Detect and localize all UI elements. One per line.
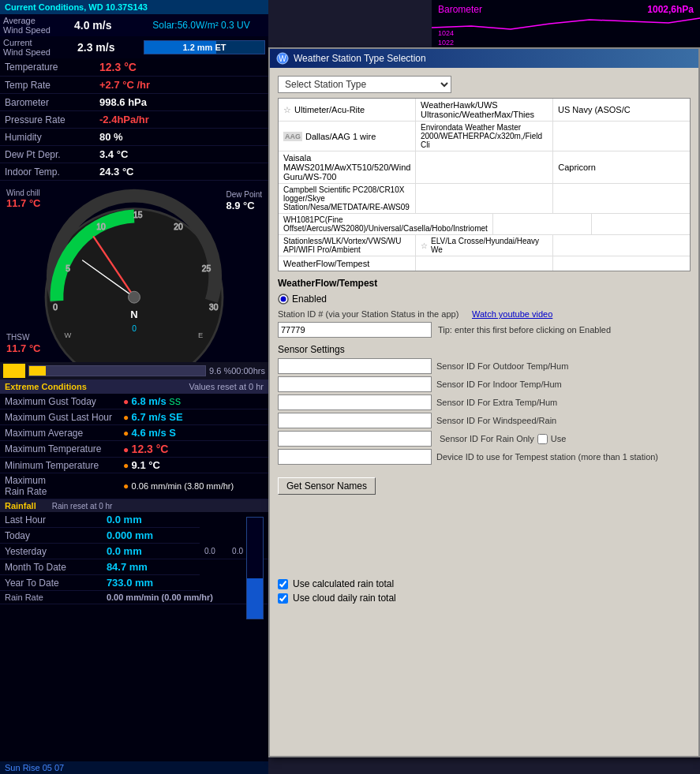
use-calculated-rain-checkbox[interactable] [278,579,288,589]
enabled-row: Enabled [278,294,691,305]
rainfall-reset: Rain reset at 0 hr [52,502,113,510]
max-rain-rate-value: 0.06 mm/min (3.80 mm/hr) [132,481,234,491]
sensor-deviceid-input[interactable] [278,449,432,465]
extreme-conditions-title: Extreme Conditions [5,382,87,391]
rainfall-section: Rainfall Rain reset at 0 hr 0.0 Last Hou… [0,499,268,604]
table-row: Humidity 80 % [0,129,268,146]
table-row: Indoor Temp. 24.3 °C [0,163,268,181]
station-id-input[interactable] [278,322,432,338]
table-row: Maximum Gust Last Hour ● 6.7 m/s SE [0,409,268,425]
tip-text: Tip: enter this first before clicking on… [438,325,611,335]
weather-table: Temperature 12.3 °C Temp Rate +2.7 °C /h… [0,58,268,181]
list-item: Vaisala MAWS201M/AwXT510/520/Wind Guru/W… [279,151,690,184]
sensor-outdoor-input[interactable] [278,358,432,374]
dialog-body: Select Station Type Ultimeter/Acu-Rite D… [270,68,698,611]
table-row: Dew Pt Depr. 3.4 °C [0,146,268,163]
station-id-input-row: Tip: enter this first before clicking on… [278,322,691,338]
wf-section-title: WeatherFlow/Tempest [278,278,377,289]
progress-text: 9.6 %00:00hrs [209,366,265,376]
sensor-row-2: Sensor ID For Indoor Temp/Hum [278,376,691,392]
min-temp-label: Minimum Temperature [0,458,118,473]
max-gust-lasthour-value: 6.7 m/s SE [132,411,183,423]
baro-graph-area: Barometer 1002,6hPa 1024 1022 [432,0,700,47]
sensor-rainonly-input[interactable] [278,431,432,447]
get-sensor-names-btn[interactable]: Get Sensor Names [278,477,376,495]
solar-text: Solar:56.0W/m² 0.3 UV [137,20,265,31]
thsw-value: 11.7 °C [6,342,41,354]
baro-value: 998.6 hPa [95,94,268,111]
table-row: Yesterday 0.0 mm 0.0 [0,544,268,559]
sensor-extra-input[interactable] [278,394,432,410]
temp-rate-label: Temp Rate [0,77,95,94]
svg-text:W: W [279,54,286,63]
dewpt-depr-value: 3.4 °C [95,146,268,163]
indoor-temp-value: 24.3 °C [95,163,268,181]
station-id-row: Station ID # (via your Station Status in… [278,309,691,319]
table-row: Minimum Temperature ● 9.1 °C [0,458,268,473]
max-gust-lasthour-label: Maximum Gust Last Hour [0,409,118,425]
svg-text:0: 0 [132,324,137,333]
station-type-dropdown[interactable]: Select Station Type Ultimeter/Acu-Rite D… [278,76,451,93]
use-cloud-rain-label: Use cloud daily rain total [293,593,396,604]
use-cloud-rain-checkbox[interactable] [278,593,288,604]
enabled-radio[interactable] [278,294,289,305]
table-row: Temp Rate +2.7 °C /hr [0,77,268,94]
list-item: ☆ Ultimeter/Acu-Rite WeatherHawk/UWS Ult… [279,99,690,122]
station-id-label: Station ID # (via your Station Status in… [278,309,467,319]
progress-indicator [3,364,25,378]
left-panel: Current Conditions, WD 10.37S143 Average… [0,0,268,774]
extreme-table: Maximum Gust Today ● 6.8 m/s SS Maximum … [0,394,268,499]
sensor-row-1: Sensor ID For Outdoor Temp/Hum [278,358,691,374]
humidity-label: Humidity [0,129,95,146]
svg-text:E: E [198,331,203,339]
table-row: Barometer 998.6 hPa [0,94,268,111]
table-row: Maximum Gust Today ● 6.8 m/s SS [0,394,268,409]
progress-bar-fill [29,366,46,376]
use-calculated-rain-row: Use calculated rain total [278,578,691,589]
svg-text:30: 30 [209,303,219,312]
wind-gauge: 0 5 10 15 20 25 30 N 0 W E [24,181,245,362]
sensor-row-3: Sensor ID For Extra Temp/Hum [278,394,691,410]
humidity-value: 80 % [95,129,268,146]
gauge-area: 0 5 10 15 20 25 30 N 0 W E Wind chill [0,181,268,362]
rainfall-table: Last Hour 0.0 mm Today 0.000 mm Yesterda… [0,512,268,604]
sensor-windspeed-label: Sensor ID For Windspeed/Rain [436,416,556,425]
yesterday-rain: 0.0 mm [102,544,200,559]
table-row: Pressure Rate -2.4hPa/hr [0,111,268,129]
max-rain-rate-label: MaximumRain Rate [0,473,118,499]
svg-text:N: N [130,308,137,320]
progress-bar-track [28,365,206,376]
table-row: Month To Date 84.7 mm [0,559,268,575]
min-temp-value: 9.1 °C [132,459,160,471]
rain-rate: 0.00 mm/min (0.00 mm/hr) [102,591,268,604]
watch-youtube-btn[interactable]: Watch youtube video [472,309,552,319]
dialog-titlebar: W Weather Station Type Selection [270,49,698,68]
dialog-icon: W [276,52,289,65]
max-temp-value: 12.3 °C [132,443,169,455]
top-bar: Current Conditions, WD 10.37S143 [0,0,268,14]
extreme-conditions-header: Extreme Conditions Values reset at 0 hr [0,380,268,394]
svg-point-10 [129,291,140,303]
svg-text:W: W [65,331,72,339]
weatherflow-section: WeatherFlow/Tempest Enabled Station ID #… [278,278,691,604]
curr-wind-label2: Wind Speed [3,47,74,57]
station-list: ☆ Ultimeter/Acu-Rite WeatherHawk/UWS Ult… [278,98,691,271]
curr-wind-label: Current [3,38,74,47]
rainfall-title: Rainfall [5,501,36,510]
sensor-extra-label: Sensor ID For Extra Temp/Hum [436,398,557,407]
spacer [278,495,691,574]
table-row: Today 0.000 mm [0,528,268,544]
rain-chart-label: 0.0 [232,547,243,555]
sensor-windspeed-input[interactable] [278,413,432,428]
et-text: 1.2 mm ET [182,43,226,52]
svg-text:10: 10 [96,222,106,231]
sensor-rainonly-use-checkbox[interactable] [537,434,548,444]
sensor-rainonly-label: Sensor ID For Rain Only [440,434,534,443]
temp-rate-value: +2.7 °C /hr [95,77,268,94]
svg-text:5: 5 [66,264,70,273]
max-gust-today-value: 6.8 m/s [132,395,170,407]
sensor-rainonly-use-label: Use [551,434,567,443]
sensor-indoor-input[interactable] [278,376,432,392]
sensor-settings-label: Sensor Settings [278,344,691,355]
avg-wind-label: Average [3,16,74,25]
